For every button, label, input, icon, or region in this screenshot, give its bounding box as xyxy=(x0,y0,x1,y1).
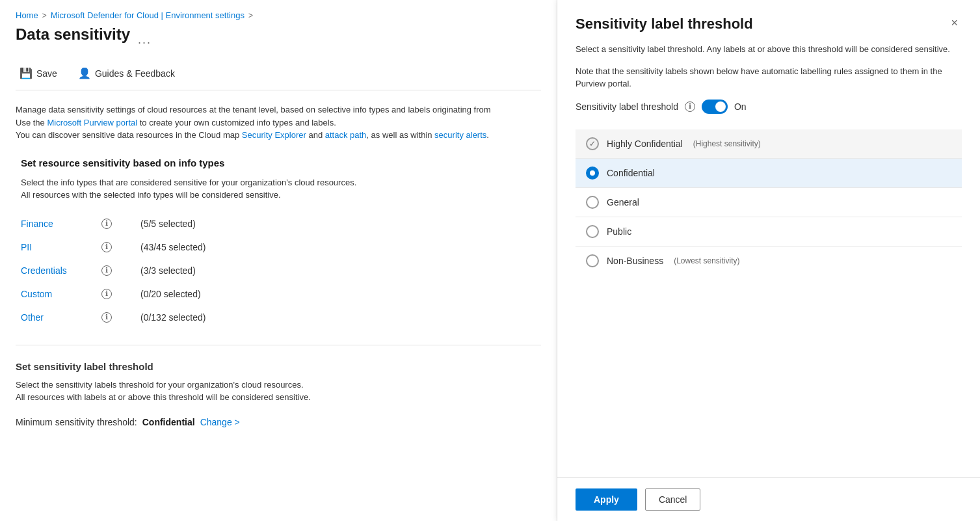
close-button[interactable]: × xyxy=(947,16,962,30)
pii-link[interactable]: PII xyxy=(21,242,99,252)
list-item: PII ℹ (43/45 selected) xyxy=(21,235,541,259)
pii-count: (43/45 selected) xyxy=(140,242,205,252)
pii-info-icon[interactable]: ℹ xyxy=(101,242,140,252)
threshold-value: Confidential xyxy=(142,417,195,427)
desc-line3-suffix: , as well as within xyxy=(366,130,434,140)
list-item: Finance ℹ (5/5 selected) xyxy=(21,212,541,235)
more-options-icon[interactable]: ... xyxy=(138,33,152,47)
custom-info-icon[interactable]: ℹ xyxy=(101,289,140,299)
guides-icon: 👤 xyxy=(78,67,91,79)
desc-line2-suffix: to create your own customized info types… xyxy=(137,118,336,127)
desc-line3-prefix: You can discover sensitive data resource… xyxy=(16,130,242,140)
toggle-label: Sensitivity label threshold xyxy=(576,101,678,112)
threshold-title: Set sensitivity label threshold xyxy=(16,361,541,372)
finance-count: (5/5 selected) xyxy=(140,219,196,229)
panel-desc2: Note that the sensitivity labels shown b… xyxy=(576,65,962,90)
save-label: Save xyxy=(36,68,57,79)
label-text-general: General xyxy=(607,197,639,207)
panel-header: Sensitivity label threshold × xyxy=(576,16,962,33)
label-sub-highly-confidential: (Highest sensitivity) xyxy=(693,139,761,148)
other-link[interactable]: Other xyxy=(21,312,99,323)
radio-highly-confidential xyxy=(586,137,599,150)
period: . xyxy=(486,130,489,140)
radio-non-business xyxy=(586,254,599,267)
left-panel: Home > Microsoft Defender for Cloud | En… xyxy=(0,0,557,521)
radio-general xyxy=(586,196,599,209)
breadcrumb-sep1: > xyxy=(42,11,47,20)
security-alerts-link[interactable]: security alerts xyxy=(434,130,486,140)
info-types-desc: Select the info types that are considere… xyxy=(21,176,541,202)
custom-link[interactable]: Custom xyxy=(21,289,99,299)
breadcrumb-home[interactable]: Home xyxy=(16,10,38,20)
custom-count: (0/20 selected) xyxy=(140,289,201,299)
attack-path-link[interactable]: attack path xyxy=(325,130,367,140)
radio-public xyxy=(586,225,599,238)
radio-confidential xyxy=(586,167,599,180)
breadcrumb: Home > Microsoft Defender for Cloud | En… xyxy=(16,10,541,20)
other-info-icon[interactable]: ℹ xyxy=(101,312,140,323)
change-threshold-link[interactable]: Change > xyxy=(200,417,240,427)
right-panel: Sensitivity label threshold × Select a s… xyxy=(557,0,980,521)
label-text-confidential: Confidential xyxy=(607,168,655,178)
label-text-non-business: Non-Business xyxy=(607,256,663,266)
list-item: Custom ℹ (0/20 selected) xyxy=(21,282,541,306)
info-types-list: Finance ℹ (5/5 selected) PII ℹ (43/45 se… xyxy=(21,212,541,329)
apply-button[interactable]: Apply xyxy=(576,488,637,511)
desc-line1: Manage data sensitivity settings of clou… xyxy=(16,105,491,114)
toggle-thumb xyxy=(715,101,726,112)
panel-title: Sensitivity label threshold xyxy=(576,16,753,33)
info-types-title: Set resource sensitivity based on info t… xyxy=(21,157,541,168)
save-button[interactable]: 💾 Save xyxy=(16,64,61,82)
desc-line2-prefix: Use the xyxy=(16,118,47,127)
panel-footer: Apply Cancel xyxy=(557,477,980,521)
sensitivity-toggle[interactable] xyxy=(702,100,728,114)
guides-feedback-button[interactable]: 👤 Guides & Feedback xyxy=(74,64,179,82)
toolbar: 💾 Save 👤 Guides & Feedback xyxy=(16,64,541,90)
label-sub-non-business: (Lowest sensitivity) xyxy=(674,256,739,265)
toggle-row: Sensitivity label threshold ℹ On xyxy=(576,100,962,114)
list-item: Other ℹ (0/132 selected) xyxy=(21,306,541,329)
security-explorer-link[interactable]: Security Explorer xyxy=(242,130,306,140)
finance-link[interactable]: Finance xyxy=(21,219,99,229)
threshold-section: Set sensitivity label threshold Select t… xyxy=(16,361,541,427)
threshold-min-label: Minimum sensitivity threshold: xyxy=(16,417,137,427)
threshold-desc: Select the sensitivity labels threshold … xyxy=(16,379,541,404)
page-title: Data sensitivity xyxy=(16,25,130,44)
finance-info-icon[interactable]: ℹ xyxy=(101,219,140,229)
breadcrumb-sep2: > xyxy=(248,11,253,20)
label-highly-confidential[interactable]: Highly Confidential (Highest sensitivity… xyxy=(576,129,962,159)
toggle-info-icon[interactable]: ℹ xyxy=(685,101,695,112)
credentials-link[interactable]: Credentials xyxy=(21,265,99,276)
purview-link[interactable]: Microsoft Purview portal xyxy=(47,118,137,127)
guides-label: Guides & Feedback xyxy=(95,68,175,79)
credentials-count: (3/3 selected) xyxy=(140,265,196,276)
label-text-public: Public xyxy=(607,226,631,237)
label-public[interactable]: Public xyxy=(576,217,962,247)
save-icon: 💾 xyxy=(20,67,33,79)
section-divider xyxy=(16,345,541,345)
label-confidential[interactable]: Confidential xyxy=(576,159,962,188)
credentials-info-icon[interactable]: ℹ xyxy=(101,265,140,276)
list-item: Credentials ℹ (3/3 selected) xyxy=(21,259,541,282)
and-text: and xyxy=(306,130,325,140)
cancel-button[interactable]: Cancel xyxy=(645,488,701,511)
other-count: (0/132 selected) xyxy=(140,312,205,323)
breadcrumb-defender[interactable]: Microsoft Defender for Cloud | Environme… xyxy=(51,10,245,20)
label-text-highly-confidential: Highly Confidential xyxy=(607,139,683,149)
sensitivity-label-list: Highly Confidential (Highest sensitivity… xyxy=(576,129,962,275)
toggle-state: On xyxy=(734,101,747,112)
panel-desc1: Select a sensitivity label threshold. An… xyxy=(576,43,962,56)
label-non-business[interactable]: Non-Business (Lowest sensitivity) xyxy=(576,247,962,275)
label-general[interactable]: General xyxy=(576,188,962,217)
page-description: Manage data sensitivity settings of clou… xyxy=(16,103,541,142)
threshold-current: Minimum sensitivity threshold: Confident… xyxy=(16,417,541,427)
